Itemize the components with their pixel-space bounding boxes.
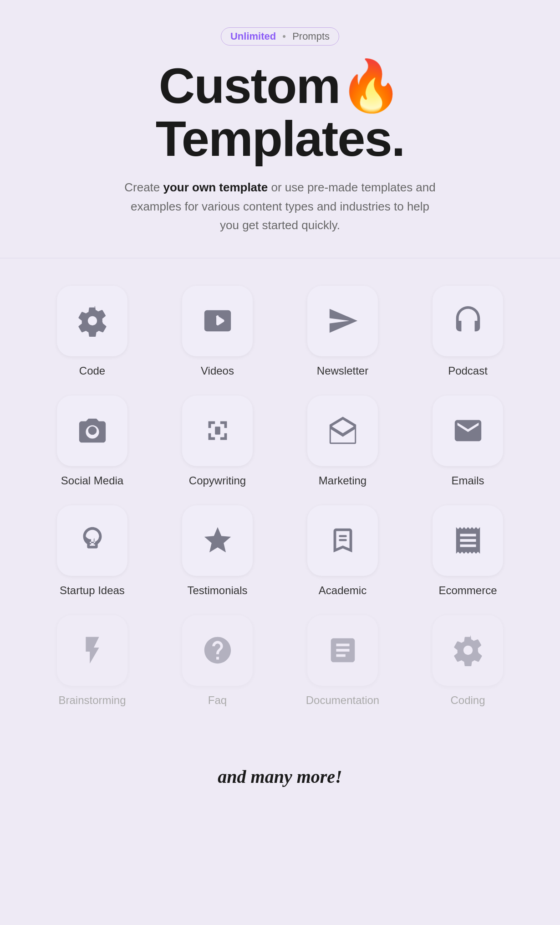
academic-icon-wrapper — [307, 505, 378, 576]
ecommerce-label: Ecommerce — [438, 584, 497, 597]
startup-ideas-label: Startup Ideas — [60, 584, 125, 597]
marketing-label: Marketing — [319, 474, 367, 487]
category-faq[interactable]: Faq — [162, 615, 273, 707]
emails-label: Emails — [451, 474, 484, 487]
videos-icon-wrapper — [182, 286, 253, 356]
camera-icon — [76, 415, 108, 447]
brainstorming-icon-wrapper — [57, 615, 127, 686]
testimonials-icon-wrapper — [182, 505, 253, 576]
send-icon — [327, 305, 359, 337]
categories-grid: Code Videos Newsletter — [36, 286, 524, 707]
newsletter-label: Newsletter — [317, 365, 368, 377]
documentation-icon-wrapper — [307, 615, 378, 686]
and-more-text: and many more! — [218, 766, 342, 787]
hero-title: Custom🔥Templates. — [18, 59, 542, 164]
svg-rect-1 — [339, 535, 347, 537]
question-icon — [202, 634, 234, 666]
headphone-icon — [452, 305, 484, 337]
marketing-icon-wrapper — [307, 396, 378, 466]
podcast-label: Podcast — [448, 365, 488, 377]
category-podcast[interactable]: Podcast — [412, 286, 524, 377]
academic-label: Academic — [319, 584, 367, 597]
brainstorming-label: Brainstorming — [58, 694, 126, 707]
badge-unlimited: Unlimited — [230, 31, 276, 42]
category-ecommerce[interactable]: Ecommerce — [412, 505, 524, 597]
play-icon — [202, 305, 234, 337]
gear2-icon — [452, 634, 484, 666]
hero-section: Unlimited • Prompts Custom🔥Templates. Cr… — [0, 0, 560, 258]
bolt-icon — [76, 634, 108, 666]
category-brainstorming[interactable]: Brainstorming — [36, 615, 148, 707]
badge-dot: • — [282, 31, 286, 42]
lightbulb-icon — [76, 524, 108, 556]
category-coding[interactable]: Coding — [412, 615, 524, 707]
faq-icon-wrapper — [182, 615, 253, 686]
testimonials-label: Testimonials — [187, 584, 247, 597]
hero-subtitle: Create your own template or use pre-made… — [121, 178, 439, 235]
category-marketing[interactable]: Marketing — [287, 396, 398, 487]
coding-icon-wrapper — [433, 615, 503, 686]
mail-icon — [452, 415, 484, 447]
ecommerce-icon-wrapper — [433, 505, 503, 576]
star-icon — [202, 524, 234, 556]
category-code[interactable]: Code — [36, 286, 148, 377]
category-emails[interactable]: Emails — [412, 396, 524, 487]
doc-icon — [327, 634, 359, 666]
videos-label: Videos — [201, 365, 234, 377]
copywriting-label: Copywriting — [189, 474, 246, 487]
category-copywriting[interactable]: Copywriting — [162, 396, 273, 487]
bookmark-icon — [327, 524, 359, 556]
code-icon-wrapper — [57, 286, 127, 356]
documentation-label: Documentation — [306, 694, 379, 707]
social-media-label: Social Media — [61, 474, 123, 487]
faq-label: Faq — [208, 694, 227, 707]
badge-prompts: Prompts — [292, 31, 330, 42]
badge: Unlimited • Prompts — [221, 27, 339, 46]
category-videos[interactable]: Videos — [162, 286, 273, 377]
category-startup-ideas[interactable]: Startup Ideas — [36, 505, 148, 597]
emails-icon-wrapper — [433, 396, 503, 466]
category-testimonials[interactable]: Testimonials — [162, 505, 273, 597]
category-newsletter[interactable]: Newsletter — [287, 286, 398, 377]
startup-ideas-icon-wrapper — [57, 505, 127, 576]
category-academic[interactable]: Academic — [287, 505, 398, 597]
mail-open-icon — [327, 415, 359, 447]
pencil-ruler-icon — [202, 415, 234, 447]
copywriting-icon-wrapper — [182, 396, 253, 466]
coding-label: Coding — [450, 694, 485, 707]
receipt-icon — [452, 524, 484, 556]
newsletter-icon-wrapper — [307, 286, 378, 356]
and-more-section: and many more! — [0, 743, 560, 815]
category-social-media[interactable]: Social Media — [36, 396, 148, 487]
category-documentation[interactable]: Documentation — [287, 615, 398, 707]
svg-rect-2 — [339, 539, 347, 541]
gear-icon — [76, 305, 108, 337]
social-media-icon-wrapper — [57, 396, 127, 466]
code-label: Code — [79, 365, 105, 377]
categories-section: Code Videos Newsletter — [0, 258, 560, 743]
svg-rect-0 — [215, 427, 220, 435]
podcast-icon-wrapper — [433, 286, 503, 356]
